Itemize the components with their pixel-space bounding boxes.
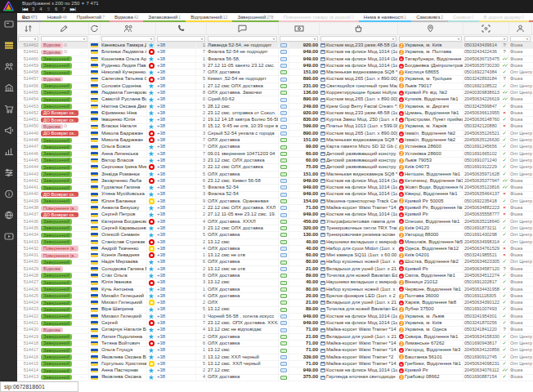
ttn-number[interactable]: 0501690912745: [464, 354, 500, 360]
ttn-number[interactable]: 20450634098231: [464, 361, 500, 367]
order-row[interactable]: 514440 ДО Возврат ск.. Уляна Мусійовська…: [17, 192, 533, 198]
order-row[interactable]: 514452 ДО Возврат ск.. Єфименко Ніна +38…: [17, 110, 533, 117]
client-phone[interactable]: +38: [156, 300, 196, 305]
ttn-number[interactable]: 20450634512274: [464, 273, 500, 278]
column-header-manager[interactable]: [509, 23, 532, 34]
order-row[interactable]: 514427 Завершений Юлія Іванова +38 3 13.…: [17, 279, 533, 286]
order-row[interactable]: 514462 Відмова⊙ Каневська Тамара Дмитрів…: [17, 42, 533, 49]
column-header-country[interactable]: [89, 23, 101, 34]
client-phone[interactable]: +38: [156, 219, 196, 225]
order-row[interactable]: 514448 Завершений Микола Бадражан +38 7 …: [17, 137, 533, 144]
tab-12[interactable]: Пов: [529, 13, 533, 22]
client-phone[interactable]: +38: [156, 83, 196, 89]
client-phone[interactable]: +38: [156, 198, 196, 204]
ttn-number[interactable]: 20450634882223: [464, 205, 500, 211]
client-phone[interactable]: +38: [156, 124, 196, 130]
order-row[interactable]: 514442 Завершений Захарченко Люба +38 6 …: [17, 178, 533, 185]
tab-1[interactable]: Новий48: [43, 13, 72, 22]
ttn-number[interactable]: 0503241954301: [464, 314, 500, 319]
order-row[interactable]: 514459 Завершений Руденко Лидия Павловна…: [17, 63, 533, 69]
order-row[interactable]: 514426 Завершений Кучь Антоніна +38 1 ОЛ…: [17, 287, 533, 293]
ttn-number[interactable]: 0501691430298: [464, 232, 500, 238]
column-header-client-name[interactable]: [101, 23, 156, 34]
tab-2[interactable]: Прийнятий7: [72, 13, 110, 22]
column-header-payment-sum[interactable]: [279, 23, 320, 34]
client-phone[interactable]: +38: [156, 151, 196, 157]
filter-input-products[interactable]: ▼: [320, 36, 396, 42]
client-phone[interactable]: +38: [156, 252, 196, 258]
column-header-delivery-address[interactable]: [398, 23, 464, 34]
order-row[interactable]: 514453 Завершений Нікітіна Оксана Дмитрі…: [17, 104, 533, 110]
order-row[interactable]: 514433 Завершений Станіслав Стрижак +38 …: [17, 239, 533, 246]
order-row[interactable]: 514429 Відмова Солодкова Галина Василівн…: [17, 266, 533, 273]
ttn-number[interactable]: 20450635218640: [464, 219, 500, 225]
order-row[interactable]: 514437 ДО Возврат ск.. Сергей Петров +38…: [17, 212, 533, 218]
ttn-number[interactable]: 0501692235418: [464, 198, 500, 204]
client-phone[interactable]: +38: [156, 347, 196, 353]
order-row[interactable]: 514456 Завершений Соломія Сідоніна +38 1…: [17, 83, 533, 90]
order-row[interactable]: 514445 Завершений Віктор Власов +38 3 23…: [17, 158, 533, 164]
client-phone[interactable]: +38: [156, 239, 196, 245]
sidebar-contacts-icon[interactable]: [0, 56, 17, 77]
client-phone[interactable]: +38: [156, 361, 196, 367]
order-row[interactable]: 514438 Повернення (в.. Анжела Безушку +3…: [17, 205, 533, 212]
client-phone[interactable]: +38: [156, 273, 196, 278]
tab-4[interactable]: Запакований1: [143, 13, 186, 22]
order-row[interactable]: 514460 Завершений Кошелева Ольга Архипів…: [17, 56, 533, 63]
client-phone[interactable]: +38: [156, 42, 196, 48]
ttn-number[interactable]: 20450635730230: [464, 63, 500, 69]
ttn-number[interactable]: 0501691118305: [464, 293, 500, 299]
ttn-number[interactable]: 0503243422436: [464, 49, 500, 55]
ttn-number[interactable]: 0501692108522: [464, 83, 500, 89]
client-phone[interactable]: +38: [156, 307, 196, 313]
ttn-number[interactable]: 20450634623305: [464, 260, 500, 265]
sidebar-marketing-icon[interactable]: [0, 119, 17, 140]
ttn-number[interactable]: 0503242599847: [464, 104, 500, 109]
client-phone[interactable]: +38: [156, 260, 196, 265]
tab-8[interactable]: Нема в наявності1: [359, 13, 411, 22]
order-row[interactable]: 514425 Завершений Михайл Гилецький +38 4…: [17, 293, 533, 300]
filter-input-delivery-address[interactable]: ▼: [399, 36, 462, 42]
client-phone[interactable]: +38: [156, 354, 196, 360]
last-page-button[interactable]: ▶▶|: [70, 7, 75, 11]
order-row[interactable]: 514416 Завершений Яковлева Оксана Валері…: [17, 354, 533, 361]
ttn-number[interactable]: 0501691665102: [464, 151, 500, 157]
client-phone[interactable]: +38: [156, 49, 196, 55]
ttn-number[interactable]: 0503243439614: [464, 42, 500, 48]
column-header-products[interactable]: [320, 23, 398, 34]
order-row[interactable]: 514441 Завершений Гудзалюк Галина +38 5 …: [17, 185, 533, 191]
order-row[interactable]: 514454 Завершений Самотій Руслана Володи…: [17, 96, 533, 103]
client-phone[interactable]: +38: [156, 63, 196, 69]
filter-input-comment[interactable]: ▼: [208, 36, 277, 42]
client-phone[interactable]: +38: [156, 279, 196, 285]
column-header-comment[interactable]: [207, 23, 279, 34]
client-phone[interactable]: +38: [156, 178, 196, 184]
ttn-number[interactable]: 20450635126521: [464, 131, 500, 136]
order-row[interactable]: 514413 Завершений Яковлева Оксана +38 4 …: [17, 375, 533, 381]
order-row[interactable]: 514451 ДО Возврат ск.. Іващенко Юлія +38…: [17, 117, 533, 123]
ttn-number[interactable]: 20450634158330: [464, 334, 500, 340]
page-button-7[interactable]: 7: [62, 7, 65, 11]
order-row[interactable]: 514422 Завершений Михаил Гилецкий +38 3 …: [17, 314, 533, 320]
column-header-order-id[interactable]: [17, 23, 40, 34]
showing-range-label[interactable]: Відображені з 200 по 250 ▼ 7 471: [22, 1, 99, 6]
client-phone[interactable]: +38: [156, 164, 196, 170]
order-row[interactable]: 514417 Завершений Ольга Глущук +38 1 13.…: [17, 347, 533, 354]
ttn-number[interactable]: 0503241985521: [464, 252, 500, 258]
ttn-number[interactable]: 20450634120856: [464, 347, 500, 353]
order-row[interactable]: 514434 Завершений Олексій Семанін +38 5 …: [17, 232, 533, 238]
sidebar-statistics-icon[interactable]: [0, 140, 17, 162]
ttn-number[interactable]: 0501691873211: [464, 225, 500, 231]
client-phone[interactable]: +38: [156, 137, 196, 143]
ttn-number[interactable]: 20450634761529: [464, 246, 500, 252]
client-phone[interactable]: +38: [156, 368, 196, 373]
tab-10[interactable]: Сервіси0: [448, 13, 479, 22]
ttn-number[interactable]: 20450634587120: [464, 266, 500, 272]
order-row[interactable]: 514431 Повернення (в.. Ксенія Левадняя +…: [17, 252, 533, 259]
ttn-number[interactable]: 0501692274384: [464, 69, 500, 75]
ttn-number[interactable]: 20450634076112: [464, 368, 500, 373]
filter-input-ttn-number[interactable]: ▼: [464, 36, 508, 42]
client-phone[interactable]: +38: [156, 192, 196, 198]
client-phone[interactable]: +38: [156, 375, 196, 381]
client-phone[interactable]: +38: [156, 131, 196, 136]
